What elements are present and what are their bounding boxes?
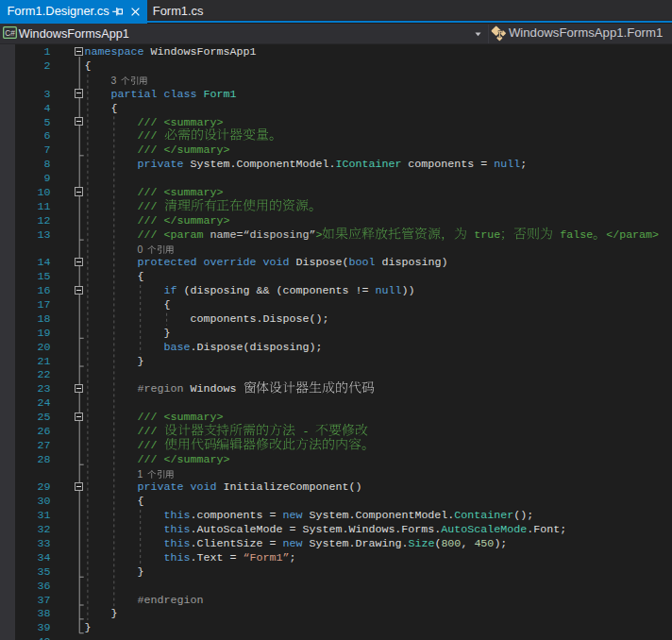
line-number[interactable]: 7 — [15, 143, 51, 158]
line-number[interactable]: 23 — [15, 382, 51, 396]
line-number[interactable]: 33 — [15, 537, 51, 551]
fold-collapse-box[interactable] — [75, 258, 83, 266]
code-line[interactable]: 18 components.Dispose(); — [0, 312, 672, 327]
codelens-row[interactable]: 0 — [0, 243, 672, 257]
close-icon[interactable] — [130, 7, 141, 17]
code-line[interactable]: 35 } — [0, 565, 672, 580]
line-number[interactable]: 16 — [15, 284, 51, 298]
code-line[interactable]: 19 } — [0, 327, 672, 341]
code-line[interactable]: 20 base.Dispose(disposing); — [0, 341, 672, 355]
code-line[interactable]: 10 /// <summary> — [0, 186, 672, 200]
line-number[interactable]: 21 — [15, 355, 51, 369]
line-number[interactable]: 5 — [15, 116, 51, 130]
tab-form1-designer-cs[interactable]: Form1.Designer.cs — [0, 0, 147, 24]
code-line[interactable]: 7 /// </summary> — [0, 143, 672, 158]
line-number[interactable]: 28 — [15, 453, 51, 467]
code-line[interactable]: 4 { — [0, 102, 672, 116]
line-number[interactable]: 4 — [15, 102, 51, 116]
code-line[interactable]: 32 this.AutoScaleMode = System.Windows.F… — [0, 523, 672, 537]
fold-collapse-box[interactable] — [75, 89, 83, 97]
member-dropdown[interactable]: WindowsFormsApp1.Form1 — [489, 24, 672, 44]
codelens-references[interactable]: 0 — [138, 243, 175, 257]
code-line[interactable]: 12 /// </summary> — [0, 214, 672, 228]
line-number[interactable]: 25 — [15, 411, 51, 425]
line-number[interactable]: 18 — [15, 312, 51, 327]
pin-icon[interactable] — [112, 7, 123, 17]
code-line[interactable]: 11 /// — [0, 200, 672, 214]
fold-collapse-box[interactable] — [75, 482, 83, 491]
line-number[interactable]: 14 — [15, 256, 51, 270]
line-number[interactable]: 40 — [15, 635, 51, 640]
line-number[interactable]: 24 — [15, 396, 51, 411]
fold-collapse-box[interactable] — [75, 187, 83, 195]
codelens-row[interactable]: 3 — [0, 74, 672, 88]
code-line[interactable]: 30 { — [0, 495, 672, 509]
line-number[interactable]: 2 — [15, 59, 51, 74]
code-line[interactable]: 37 #endregion — [0, 594, 672, 608]
code-line[interactable]: 6 /// — [0, 129, 672, 143]
codelens-references[interactable]: 3 — [111, 74, 148, 88]
code-line[interactable]: 13 /// <param name=“disposing”> true fal… — [0, 228, 672, 243]
code-line[interactable]: 16 if (disposing && (components != null)… — [0, 284, 672, 298]
line-number[interactable]: 36 — [15, 580, 51, 594]
line-number[interactable]: 38 — [15, 607, 51, 621]
line-number[interactable]: 30 — [15, 495, 51, 509]
code-line[interactable]: 29 private void InitializeComponent() — [0, 480, 672, 495]
fold-collapse-box[interactable] — [75, 47, 83, 56]
code-line[interactable]: 27 /// — [0, 439, 672, 453]
line-number[interactable]: 35 — [15, 565, 51, 580]
code-editor[interactable]: 1namespace WindowsFormsApp12{3 3 partial… — [0, 44, 672, 640]
code-line[interactable]: 31 this.components = new System.Componen… — [0, 509, 672, 523]
code-line[interactable]: 24 — [0, 396, 672, 411]
fold-collapse-box[interactable] — [75, 286, 83, 295]
code-line[interactable]: 3 partial class Form1 — [0, 88, 672, 102]
line-number[interactable]: 31 — [15, 509, 51, 523]
line-number[interactable]: 1 — [15, 45, 51, 59]
line-number[interactable]: 29 — [15, 480, 51, 495]
line-number[interactable]: 11 — [15, 200, 51, 214]
line-number[interactable]: 8 — [15, 158, 51, 172]
code-line[interactable]: 36 — [0, 580, 672, 594]
code-line[interactable]: 22 — [0, 368, 672, 382]
code-line[interactable]: 40 — [0, 635, 672, 640]
code-line[interactable]: 26 /// - — [0, 425, 672, 439]
line-number[interactable]: 20 — [15, 341, 51, 355]
code-line[interactable]: 8 private System.ComponentModel.IContain… — [0, 158, 672, 172]
line-number[interactable]: 39 — [15, 621, 51, 635]
line-number[interactable]: 15 — [15, 270, 51, 284]
code-line[interactable]: 39} — [0, 621, 672, 635]
line-number[interactable]: 13 — [15, 228, 51, 243]
code-line[interactable]: 9 — [0, 172, 672, 186]
project-dropdown[interactable]: C# WindowsFormsApp1 — [0, 24, 488, 44]
code-line[interactable]: 5 /// <summary> — [0, 116, 672, 130]
line-number[interactable]: 34 — [15, 551, 51, 565]
code-line[interactable]: 28 /// </summary> — [0, 453, 672, 467]
code-line[interactable]: 15 { — [0, 270, 672, 284]
code-line[interactable]: 14 protected override void Dispose(bool … — [0, 256, 672, 270]
fold-collapse-box[interactable] — [75, 384, 83, 393]
code-line[interactable]: 23 #region Windows — [0, 382, 672, 396]
line-number[interactable]: 26 — [15, 425, 51, 439]
line-number[interactable]: 10 — [15, 186, 51, 200]
fold-collapse-box[interactable] — [75, 413, 83, 421]
line-number[interactable]: 9 — [15, 172, 51, 186]
line-number[interactable]: 32 — [15, 523, 51, 537]
code-line[interactable]: 21 } — [0, 355, 672, 369]
line-number[interactable]: 12 — [15, 214, 51, 228]
line-number[interactable]: 27 — [15, 439, 51, 453]
codelens-row[interactable]: 1 — [0, 467, 672, 481]
line-number[interactable]: 6 — [15, 129, 51, 143]
code-line[interactable]: 33 this.ClientSize = new System.Drawing.… — [0, 537, 672, 551]
line-number[interactable]: 17 — [15, 298, 51, 312]
code-line[interactable]: 17 { — [0, 298, 672, 312]
code-line[interactable]: 2{ — [0, 59, 672, 74]
code-line[interactable]: 1namespace WindowsFormsApp1 — [0, 45, 672, 59]
line-number[interactable]: 37 — [15, 594, 51, 608]
fold-collapse-box[interactable] — [75, 117, 83, 126]
codelens-references[interactable]: 1 — [138, 467, 175, 481]
code-line[interactable]: 34 this.Text = “Form1”; — [0, 551, 672, 565]
line-number[interactable]: 19 — [15, 327, 51, 341]
code-line[interactable]: 25 /// <summary> — [0, 411, 672, 425]
line-number[interactable]: 3 — [15, 88, 51, 102]
line-number[interactable]: 22 — [15, 368, 51, 382]
